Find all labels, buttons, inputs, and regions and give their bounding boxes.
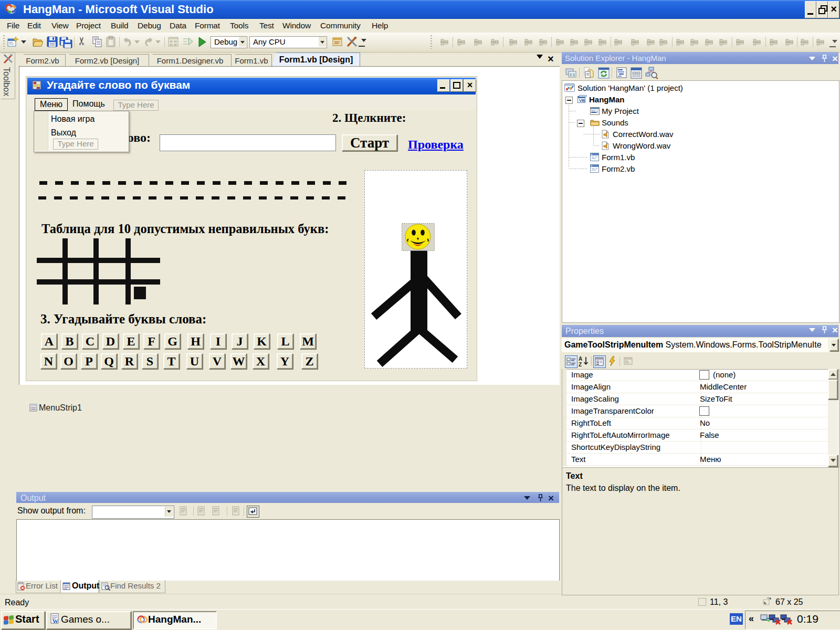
svg-text:Z: Z [579, 362, 582, 367]
svg-text:A: A [579, 356, 582, 362]
svg-text:W: W [52, 618, 58, 624]
svg-text:VB: VB [579, 98, 585, 103]
